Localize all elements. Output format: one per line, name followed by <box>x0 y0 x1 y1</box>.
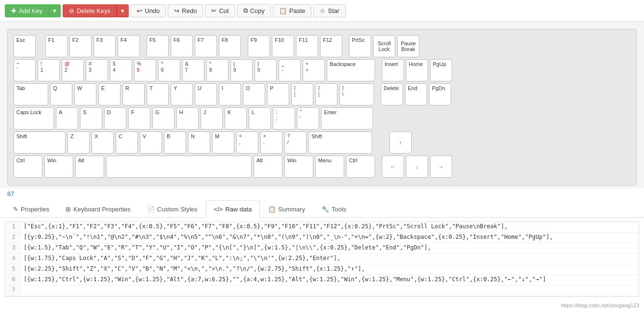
key-lbrace[interactable]: {[ <box>291 83 313 105</box>
key-6[interactable]: ^6 <box>158 59 180 81</box>
key-f5[interactable]: F5 <box>147 35 169 57</box>
key-0[interactable]: )0 <box>255 59 277 81</box>
key-semicolon[interactable]: :; <box>273 107 295 130</box>
key-win-left[interactable]: Win <box>44 156 73 178</box>
key-home[interactable]: Home <box>406 59 428 81</box>
key-i[interactable]: I <box>219 83 241 105</box>
key-z[interactable]: Z <box>67 131 90 154</box>
key-k[interactable]: K <box>225 107 247 130</box>
key-f9[interactable]: F9 <box>248 35 270 57</box>
line-content-5[interactable]: [{w:2.25},"Shift","Z","X","C","V","B","N… <box>20 264 369 275</box>
key-arrow-up[interactable]: ↑ <box>389 131 412 154</box>
undo-button[interactable]: ↩ Undo <box>131 4 166 17</box>
key-quote[interactable]: "' <box>297 107 319 130</box>
key-space[interactable] <box>106 156 252 178</box>
key-shift-right[interactable]: Shift <box>309 131 372 154</box>
key-arrow-left[interactable]: ← <box>382 156 404 178</box>
add-key-caret-button[interactable]: ▾ <box>49 4 61 17</box>
key-minus[interactable]: _- <box>279 59 301 81</box>
key-f8[interactable]: F8 <box>219 35 241 57</box>
copy-button[interactable]: ⧉ Copy <box>237 4 271 17</box>
tab-summary[interactable]: 📋 Summary <box>260 200 313 218</box>
key-delete[interactable]: Delete <box>381 83 403 105</box>
key-f10[interactable]: F10 <box>272 35 294 57</box>
key-r[interactable]: R <box>122 83 145 105</box>
delete-keys-button[interactable]: ⊖ Delete Keys <box>63 4 117 17</box>
key-s[interactable]: S <box>80 107 102 130</box>
key-equal[interactable]: += <box>303 59 325 81</box>
tab-custom-styles[interactable]: 📄 Custom Styles <box>139 200 206 218</box>
key-pgdn[interactable]: PgDn <box>429 83 451 105</box>
key-ctrl-left[interactable]: Ctrl <box>13 156 42 178</box>
key-f[interactable]: F <box>128 107 150 130</box>
key-8[interactable]: *8 <box>206 59 228 81</box>
key-shift-left[interactable]: Shift <box>13 131 66 154</box>
key-f12[interactable]: F12 <box>320 35 342 57</box>
key-enter[interactable]: Enter <box>321 107 373 130</box>
key-j[interactable]: J <box>201 107 223 130</box>
key-menu[interactable]: Menu <box>315 156 344 178</box>
key-w[interactable]: W <box>74 83 96 105</box>
key-tilde[interactable]: ~` <box>13 59 36 81</box>
key-7[interactable]: &7 <box>182 59 204 81</box>
key-y[interactable]: Y <box>171 83 193 105</box>
key-pause-break[interactable]: PauseBreak <box>397 35 419 57</box>
tab-tools[interactable]: 🔧 Tools <box>313 200 354 218</box>
key-comma[interactable]: <, <box>236 131 258 154</box>
key-pgup[interactable]: PgUp <box>430 59 452 81</box>
key-e[interactable]: E <box>98 83 121 105</box>
key-insert[interactable]: Insert <box>382 59 404 81</box>
key-ctrl-right[interactable]: Ctrl <box>346 156 375 178</box>
key-end[interactable]: End <box>405 83 427 105</box>
key-a[interactable]: A <box>56 107 78 130</box>
key-slash[interactable]: ?/ <box>284 131 307 154</box>
key-alt-right[interactable]: Alt <box>254 156 282 178</box>
key-2[interactable]: @2 <box>62 59 84 81</box>
key-t[interactable]: T <box>147 83 169 105</box>
key-arrow-right[interactable]: → <box>430 156 452 178</box>
key-f11[interactable]: F11 <box>296 35 318 57</box>
key-c[interactable]: C <box>116 131 138 154</box>
key-backspace[interactable]: Backspace <box>327 59 375 81</box>
line-content-6[interactable]: [{w:1.25},"Ctrl",{w:1.25},"Win",{w:1.25}… <box>20 275 550 285</box>
add-key-button[interactable]: ✚ Add Key <box>5 4 49 17</box>
tab-properties[interactable]: ✎ Properties <box>5 200 57 218</box>
key-alt-left[interactable]: Alt <box>75 156 104 178</box>
key-esc[interactable]: Esc <box>13 35 36 57</box>
key-m[interactable]: M <box>212 131 234 154</box>
key-f7[interactable]: F7 <box>195 35 217 57</box>
key-p[interactable]: P <box>267 83 289 105</box>
key-backslash[interactable]: |\ <box>339 83 374 105</box>
key-v[interactable]: V <box>140 131 162 154</box>
key-prtsc[interactable]: PrtSc <box>349 35 371 57</box>
key-3[interactable]: #3 <box>86 59 108 81</box>
key-win-right[interactable]: Win <box>284 156 313 178</box>
key-g[interactable]: G <box>152 107 174 130</box>
key-o[interactable]: O <box>243 83 265 105</box>
delete-keys-caret-button[interactable]: ▾ <box>117 4 129 17</box>
key-f1[interactable]: F1 <box>45 35 67 57</box>
tab-keyboard-properties[interactable]: ⊞ Keyboard Properties <box>57 200 139 218</box>
key-4[interactable]: $4 <box>110 59 132 81</box>
key-f3[interactable]: F3 <box>94 35 116 57</box>
key-scroll-lock[interactable]: ScrollLock <box>373 35 395 57</box>
paste-button[interactable]: 📋 Paste <box>273 4 311 17</box>
key-rbrace[interactable]: }] <box>315 83 337 105</box>
line-content-2[interactable]: [{y:0.25},"~\n`","!\n1","@\n2","#\n3","$… <box>20 233 557 243</box>
key-f4[interactable]: F4 <box>118 35 140 57</box>
key-n[interactable]: N <box>188 131 210 154</box>
key-x[interactable]: X <box>92 131 114 154</box>
star-button[interactable]: ☆ Star <box>313 4 346 17</box>
line-content-4[interactable]: [{w:1.75},"Caps Lock","A","S","D","F","G… <box>20 254 344 264</box>
key-tab[interactable]: Tab <box>13 83 48 105</box>
key-arrow-down[interactable]: ↓ <box>406 156 428 178</box>
key-u[interactable]: U <box>195 83 217 105</box>
key-b[interactable]: B <box>164 131 186 154</box>
line-content-7[interactable] <box>20 286 27 296</box>
redo-button[interactable]: ↪ Redo <box>168 4 203 17</box>
key-f2[interactable]: F2 <box>69 35 92 57</box>
tab-raw-data[interactable]: </> Raw data <box>206 200 260 218</box>
key-h[interactable]: H <box>176 107 199 130</box>
key-5[interactable]: %5 <box>134 59 156 81</box>
key-1[interactable]: !1 <box>38 59 60 81</box>
